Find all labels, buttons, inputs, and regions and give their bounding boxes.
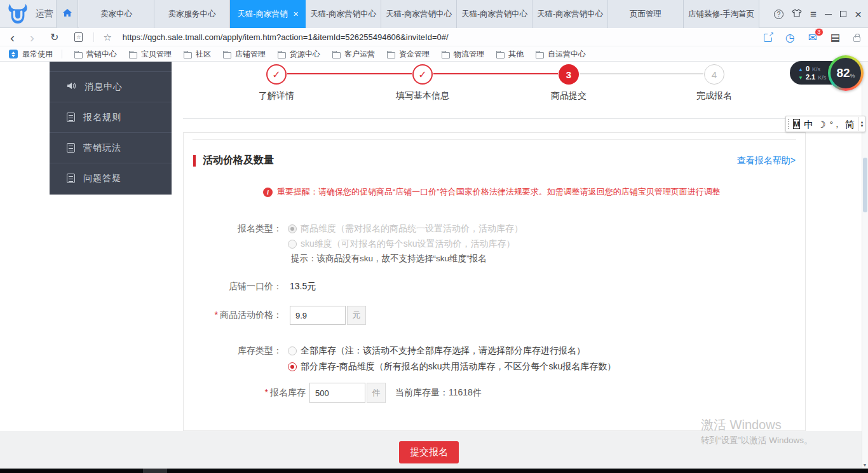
feed-card-icon[interactable]: ▤ xyxy=(831,32,840,43)
stock-unit: 件 xyxy=(367,383,386,403)
tab-close-icon[interactable]: × xyxy=(293,10,298,18)
activity-price-unit: 元 xyxy=(347,306,366,325)
mail-icon[interactable]: ✉3 xyxy=(808,32,817,43)
tab-tmall-marketing-active[interactable]: 天猫-商家营销 × xyxy=(230,0,306,28)
address-bar: ‹ › ↻ ☆ ☆ https://qgch.sale.tmall.com/ap… xyxy=(0,29,868,46)
forward-icon[interactable]: › xyxy=(30,31,34,44)
radio-all-stock[interactable] xyxy=(288,346,297,355)
qianniu-bull-logo-icon xyxy=(6,3,30,27)
taskbar-strip-segment xyxy=(143,469,167,473)
back-icon[interactable]: ‹ xyxy=(10,31,15,44)
submit-button[interactable]: 提交报名 xyxy=(399,441,459,463)
bookmark-logistics-management[interactable]: 物流管理 xyxy=(442,49,484,60)
mail-badge: 3 xyxy=(815,28,824,36)
option-product-dimension-label: 商品维度（需对报名的商品统一设置活动价，活动库存） xyxy=(301,223,523,235)
ime-mode-icon[interactable]: M xyxy=(793,119,800,129)
step-4-label: 完成报名 xyxy=(663,90,765,102)
url-text[interactable]: https://qgch.sale.tmall.com/apply/item.h… xyxy=(123,32,449,42)
stock-type-label: 库存类型： xyxy=(193,345,282,357)
sku-hint: 提示：该商品没有sku，故不支持选择“sku维度”报名 xyxy=(291,253,487,264)
refresh-icon[interactable]: ↻ xyxy=(50,31,58,43)
skin-icon[interactable] xyxy=(792,8,802,20)
home-tab[interactable] xyxy=(56,0,78,28)
section-title: 活动价格及数量 xyxy=(203,154,737,167)
ime-halfwidth-icon[interactable]: ☽ xyxy=(817,120,825,129)
warning-banner: i 重要提醒：请确保您的促销商品“店铺一口价”符合国家价格法律法规要求。如需调整… xyxy=(263,186,721,198)
reading-mode-icon[interactable]: ☆ xyxy=(74,32,83,42)
sidebar-item-message-center[interactable]: 消息中心 xyxy=(50,71,172,102)
tab-tmall-marketing-center-2[interactable]: 天猫-商家营销中心 xyxy=(381,0,457,28)
activity-price-input[interactable] xyxy=(290,306,346,325)
ime-lang-toggle[interactable]: 中 xyxy=(804,120,813,129)
stock-row: *报名库存 件 当前库存量：11618件 xyxy=(193,383,796,403)
bookmark-funds-management[interactable]: 资金管理 xyxy=(387,49,430,60)
stock-type-row-1: 库存类型： 全部库存（注：该活动不支持全部库存选择，请选择部分库存进行报名） xyxy=(193,346,796,356)
ime-expand-icon[interactable]: ▴▾ xyxy=(858,117,865,131)
bookmark-community[interactable]: 社区 xyxy=(184,49,211,60)
scrollbar-thumb[interactable] xyxy=(863,158,867,212)
download-arrow-icon: ▼ xyxy=(798,75,803,81)
radio-partial-stock[interactable] xyxy=(288,362,297,371)
sidebar-item-apply-rules[interactable]: 报名规则 xyxy=(50,102,172,132)
list-price-label: 店铺一口价： xyxy=(193,281,282,292)
sidebar: 消息中心 报名规则 营销玩法 问题答疑 xyxy=(50,62,172,195)
bookmark-item-management[interactable]: 宝贝管理 xyxy=(129,49,172,60)
bookmark-self-operation-center[interactable]: 自运营中心 xyxy=(536,49,586,60)
bookmark-customer-ops[interactable]: 客户运营 xyxy=(332,49,375,60)
bookmark-supply-center[interactable]: 货源中心 xyxy=(278,49,320,60)
close-window-icon[interactable]: × xyxy=(855,8,862,20)
step-1-circle: ✓ xyxy=(266,64,287,85)
most-used-label[interactable]: 最常使用 xyxy=(22,49,53,60)
most-used-icon[interactable] xyxy=(9,50,18,58)
bookmark-other[interactable]: 其他 xyxy=(496,49,524,60)
sidebar-item-marketing-play[interactable]: 营销玩法 xyxy=(50,132,172,163)
help-link[interactable]: 查看报名帮助> xyxy=(737,155,796,167)
restore-icon[interactable] xyxy=(840,11,846,17)
windows-watermark-line1: 激活 Windows xyxy=(701,416,782,434)
folder-icon xyxy=(74,52,83,58)
score-gauge[interactable]: 82 % xyxy=(828,55,864,91)
tab-seller-center[interactable]: 卖家中心 xyxy=(79,0,154,28)
menu-icon[interactable]: ≡ xyxy=(810,9,817,20)
share-icon[interactable] xyxy=(764,34,772,42)
folder-icon xyxy=(387,52,395,58)
step-2-circle: ✓ xyxy=(412,64,433,85)
tab-seller-service-center[interactable]: 卖家服务中心 xyxy=(154,0,230,28)
sidebar-item-qa[interactable]: 问题答疑 xyxy=(50,163,172,193)
current-stock-text: 当前库存量：11618件 xyxy=(395,387,482,399)
minimize-icon[interactable] xyxy=(825,14,832,15)
folder-icon xyxy=(442,52,450,58)
ime-punct-toggle[interactable]: °， xyxy=(830,120,841,128)
step-3-label: 商品提交 xyxy=(518,90,620,102)
tab-tmall-marketing-center-4[interactable]: 天猫-商家营销中心 xyxy=(532,0,608,28)
document-icon xyxy=(67,143,75,153)
bookmark-shop-management[interactable]: 店铺管理 xyxy=(223,49,266,60)
option-sku-dimension-label: sku维度（可对报名的每个sku设置活动价，活动库存） xyxy=(301,238,515,250)
folder-icon xyxy=(184,52,192,58)
stock-type-row-2: 部分库存-商品维度（所有报名的sku共用活动库存，不区分每个sku报名库存数） xyxy=(193,362,796,372)
stock-input[interactable] xyxy=(309,383,365,403)
workspace-label: 运营 xyxy=(36,0,53,28)
tab-tmall-marketing-center-1[interactable]: 天猫-商家营销中心 xyxy=(306,0,381,28)
radio-product-dimension[interactable] xyxy=(288,224,297,233)
list-price-row: 店铺一口价： 13.5元 xyxy=(193,282,796,292)
score-gauge-inner: 82 % xyxy=(831,58,861,88)
apply-type-hint-row: 提示：该商品没有sku，故不支持选择“sku维度”报名 xyxy=(193,254,796,264)
ime-charset-toggle[interactable]: 简 xyxy=(845,120,855,129)
warning-text: 重要提醒：请确保您的促销商品“店铺一口价”符合国家价格法律法规要求。如需调整请返… xyxy=(277,186,721,198)
bookmark-marketing-center[interactable]: 营销中心 xyxy=(74,49,117,60)
ime-drag-handle[interactable] xyxy=(788,119,789,129)
radio-sku-dimension[interactable] xyxy=(288,240,297,249)
tab-tmall-marketing-center-3[interactable]: 天猫-商家营销中心 xyxy=(457,0,532,28)
tab-shop-decoration[interactable]: 店铺装修-手淘首页 xyxy=(684,0,759,28)
clock-icon[interactable]: ◷ xyxy=(785,32,795,43)
scrollbar-down-icon[interactable]: ▼ xyxy=(862,462,868,469)
bookmark-star-icon[interactable]: ☆ xyxy=(103,32,111,43)
help-icon[interactable]: ? xyxy=(774,10,783,19)
lock-icon[interactable] xyxy=(853,36,860,42)
activity-form-card: 活动价格及数量 查看报名帮助> i 重要提醒：请确保您的促销商品“店铺一口价”符… xyxy=(183,132,806,431)
tab-page-management[interactable]: 页面管理 xyxy=(608,0,684,28)
divider xyxy=(183,118,862,119)
document-icon xyxy=(67,174,75,183)
option-partial-stock-label: 部分库存-商品维度（所有报名的sku共用活动库存，不区分每个sku报名库存数） xyxy=(301,361,616,373)
